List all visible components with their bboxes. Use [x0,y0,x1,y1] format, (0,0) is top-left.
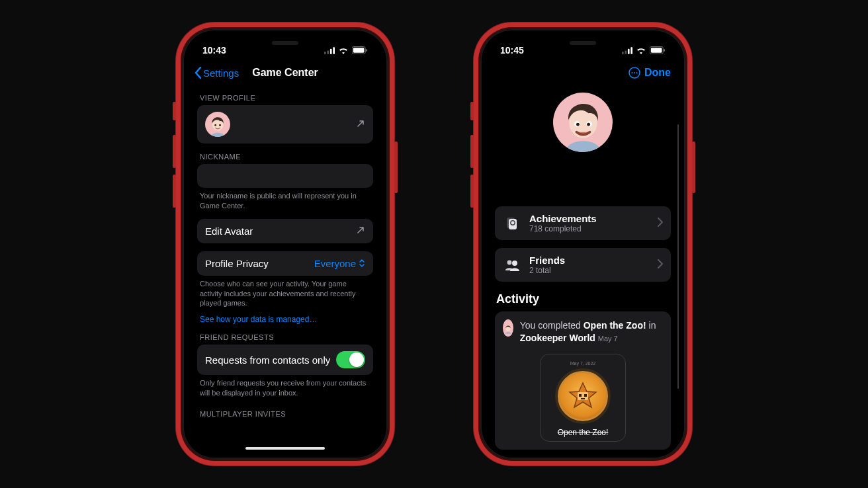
svg-rect-13 [630,47,632,54]
volume-down-button [470,175,474,208]
activity-prefix: You completed [520,320,584,331]
svg-rect-2 [330,48,332,54]
more-icon [629,67,640,79]
activity-card[interactable]: You completed Open the Zoo! in Zookeeper… [495,311,671,450]
activity-date: May 7 [598,335,618,343]
edit-avatar-row[interactable]: Edit Avatar [197,219,373,243]
friends-title: Friends [529,255,650,266]
chevron-right-icon [658,218,663,229]
svg-point-24 [576,123,579,126]
privacy-footer: Choose who can see your activity. Your g… [200,279,370,309]
back-button[interactable]: Settings [195,67,239,79]
open-icon [356,225,365,237]
badge-title: Open the Zoo! [558,428,609,437]
svg-rect-15 [651,48,662,52]
achievement-badge[interactable]: May 7, 2022 Open the Zoo! [540,354,626,442]
section-nickname: NICKNAME [200,153,370,161]
memoji-icon [503,321,513,337]
status-icons [324,46,368,54]
svg-rect-0 [324,52,326,54]
svg-rect-36 [581,398,585,399]
achievements-sub: 718 completed [529,224,650,233]
notch [541,34,625,52]
phone-profile: 10:45 Done [480,29,685,459]
status-time: 10:45 [500,45,524,56]
nav-bar: Settings Game Center [188,61,382,85]
screen-settings: 10:43 Settings Game Center VIEW PROFILE [188,34,382,454]
volume-down-button [173,175,176,208]
svg-rect-3 [333,47,335,54]
back-label: Settings [203,67,239,79]
sort-icon [359,259,365,268]
power-button [692,142,695,193]
svg-point-9 [219,124,221,126]
status-time: 10:43 [202,45,226,56]
svg-rect-1 [327,50,329,54]
achievements-title: Achievements [529,213,650,224]
achievements-icon [503,216,521,231]
friends-icon [503,259,521,272]
requests-toggle[interactable] [336,351,365,368]
nickname-input[interactable] [197,164,373,188]
scroll-indicator[interactable] [677,124,679,389]
screen-profile: 10:45 Done [486,34,680,454]
activity-achievement: Open the Zoo! [584,320,646,331]
badge-icon [555,368,611,424]
phone-settings: 10:43 Settings Game Center VIEW PROFILE [183,29,388,459]
svg-point-29 [507,260,512,264]
svg-rect-6 [366,49,367,52]
activity-heading: Activity [496,292,670,306]
volume-up-button [470,135,474,168]
svg-point-8 [214,124,216,126]
requests-contacts-label: Requests from contacts only [205,354,330,366]
chevron-right-icon [658,259,663,271]
profile-privacy-row[interactable]: Profile Privacy Everyone [197,251,373,276]
open-icon [356,119,365,130]
section-friend-requests: FRIEND REQUESTS [200,333,370,341]
memoji-icon [206,114,229,137]
svg-rect-10 [622,52,624,54]
home-indicator[interactable] [245,447,325,450]
edit-avatar-label: Edit Avatar [205,225,253,237]
profile-content: Achievements 718 completed Friends 2 tot… [486,85,680,454]
svg-rect-12 [628,48,630,54]
section-multiplayer: MULTIPLAYER INVITES [200,410,370,418]
svg-rect-34 [579,394,582,397]
section-view-profile: VIEW PROFILE [200,94,370,102]
badge-date: May 7, 2022 [570,361,596,366]
done-button[interactable]: Done [629,67,671,79]
activity-game: Zookeeper World [520,333,595,343]
mute-switch [470,102,474,120]
achievements-row[interactable]: Achievements 718 completed [495,206,671,240]
privacy-value-text: Everyone [314,258,356,269]
battery-icon [650,46,666,54]
nav-bar: Done [486,61,680,85]
requests-contacts-row[interactable]: Requests from contacts only [197,345,373,375]
profile-privacy-value[interactable]: Everyone [314,258,365,269]
settings-content: VIEW PROFILE NICKNAME Your nickn [188,85,382,454]
cellular-icon [324,47,335,54]
wifi-icon [636,46,646,54]
requests-footer: Only friend requests you receive from yo… [200,378,370,398]
friends-row[interactable]: Friends 2 total [495,248,671,282]
svg-point-18 [631,72,632,73]
power-button [394,142,398,193]
status-icons [622,46,666,54]
data-managed-link[interactable]: See how your data is managed… [200,315,370,324]
chevron-left-icon [195,67,202,79]
nickname-footer: Your nickname is public and will represe… [200,191,370,211]
profile-privacy-label: Profile Privacy [205,258,269,269]
cellular-icon [622,47,632,54]
avatar-large[interactable] [553,93,613,152]
volume-up-button [173,135,176,168]
profile-header [495,93,671,152]
svg-rect-5 [353,48,365,52]
svg-rect-16 [664,49,665,52]
view-profile-row[interactable] [197,105,373,143]
svg-point-20 [636,72,637,73]
svg-point-19 [634,72,635,73]
memoji-icon [556,99,610,152]
svg-point-25 [587,123,590,126]
friends-sub: 2 total [529,266,650,275]
mute-switch [173,102,176,120]
